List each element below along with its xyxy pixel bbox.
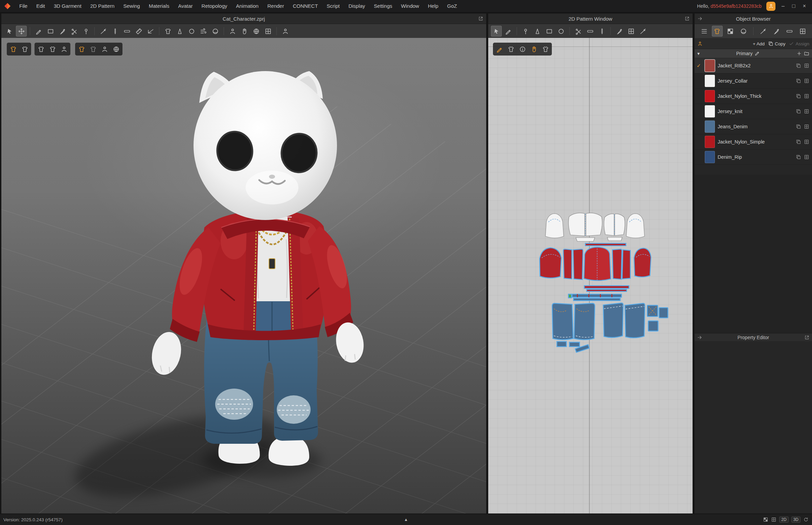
material-duplicate-icon[interactable]: [804, 63, 809, 69]
button-tool[interactable]: [186, 26, 197, 36]
avatar-display-icon[interactable]: [59, 44, 69, 54]
view-2d-button[interactable]: 2D: [779, 516, 788, 523]
expand-timeline-button[interactable]: ▲: [404, 517, 408, 522]
show-pattern-outline-icon[interactable]: [88, 44, 98, 54]
material-edit-icon[interactable]: [796, 93, 801, 99]
material-row-jersey-collar[interactable]: Jersey_Collar: [694, 73, 812, 89]
show-garment-2d-icon[interactable]: [506, 44, 516, 54]
refresh-icon[interactable]: [803, 517, 809, 522]
material-tab-icon[interactable]: [712, 26, 723, 36]
scissors-tool[interactable]: [69, 26, 79, 36]
textured-surface-icon[interactable]: [36, 44, 46, 54]
user-id[interactable]: d5545e9afb12432283cb: [710, 3, 762, 9]
material-swatch[interactable]: [705, 60, 715, 72]
material-swatch[interactable]: [705, 136, 715, 148]
puckering-tab-icon[interactable]: [771, 26, 782, 36]
stitch-tab-icon[interactable]: [784, 26, 795, 36]
select-tool[interactable]: [4, 26, 15, 36]
material-edit-icon[interactable]: [796, 124, 801, 129]
uv-tab-icon[interactable]: [797, 26, 808, 36]
assign-button[interactable]: Assign: [788, 41, 809, 46]
tape-tool[interactable]: [121, 26, 132, 36]
menu-2d-pattern[interactable]: 2D Pattern: [86, 0, 119, 12]
folder-icon[interactable]: [804, 51, 809, 56]
menu-file[interactable]: File: [15, 0, 32, 12]
material-row-jeans-denim[interactable]: Jeans_Denim: [694, 119, 812, 134]
menu-materials[interactable]: Materials: [144, 0, 174, 12]
garment-visibility-icon[interactable]: [8, 44, 18, 54]
base-pattern-icon[interactable]: [540, 44, 550, 54]
disclosure-icon[interactable]: ▾: [697, 51, 700, 56]
internal-line-tool[interactable]: [597, 26, 607, 36]
fabric-tab-icon[interactable]: [725, 26, 736, 36]
minimize-button[interactable]: –: [780, 3, 786, 9]
rename-icon[interactable]: [754, 51, 760, 56]
material-duplicate-icon[interactable]: [804, 139, 809, 145]
denim-pattern-group[interactable]: [552, 294, 668, 352]
avatar-tool[interactable]: [227, 26, 238, 36]
brush-tool[interactable]: [57, 26, 68, 36]
transform-tool[interactable]: [491, 26, 502, 36]
show-avatar-icon[interactable]: [99, 44, 110, 54]
collapse-arrow-icon[interactable]: [697, 16, 703, 21]
trace-tool[interactable]: [614, 26, 625, 36]
measure-tool[interactable]: [133, 26, 144, 36]
material-row-jersey-knit[interactable]: Jersey_knit: [694, 104, 812, 119]
material-swatch[interactable]: [705, 105, 715, 118]
menu-help[interactable]: Help: [424, 0, 443, 12]
menu-3d-garment[interactable]: 3D Garment: [49, 0, 86, 12]
show-environment-icon[interactable]: [111, 44, 121, 54]
popout-icon[interactable]: [685, 16, 690, 21]
material-row-jacket-nylon-thick[interactable]: Jacket_Nylon_Thick: [694, 89, 812, 104]
pattern-visibility-icon[interactable]: [20, 44, 30, 54]
popout-icon[interactable]: [804, 335, 810, 340]
material-swatch[interactable]: [705, 75, 715, 87]
snap-grid-icon[interactable]: [771, 517, 777, 522]
flatten-tool[interactable]: [163, 26, 173, 36]
fold-tool[interactable]: [145, 26, 156, 36]
polygon-tool[interactable]: [532, 26, 543, 36]
material-duplicate-icon[interactable]: [804, 93, 809, 99]
menu-avatar[interactable]: Avatar: [174, 0, 197, 12]
dart-tool[interactable]: [174, 26, 185, 36]
maximize-button[interactable]: □: [791, 3, 797, 9]
menu-settings[interactable]: Settings: [369, 0, 397, 12]
wind-tool[interactable]: [198, 26, 209, 36]
rectangle-tool[interactable]: [544, 26, 554, 36]
popout-icon[interactable]: [478, 16, 484, 21]
thick-surface-icon[interactable]: [47, 44, 58, 54]
material-swatch[interactable]: [705, 120, 715, 133]
menu-goz[interactable]: GoZ: [443, 0, 461, 12]
menu-sewing[interactable]: Sewing: [119, 0, 144, 12]
material-edit-icon[interactable]: [796, 78, 801, 84]
add-material-icon[interactable]: [796, 51, 802, 56]
2d-pattern-canvas[interactable]: [488, 38, 693, 513]
grading-tool[interactable]: [626, 26, 637, 36]
select-move-tool[interactable]: [16, 26, 27, 36]
jersey-pattern-group[interactable]: [546, 213, 645, 241]
menu-display[interactable]: Display: [344, 0, 369, 12]
show-garment-icon[interactable]: [76, 44, 87, 54]
material-row-jacket-nylon-simple[interactable]: Jacket_Nylon_Simple: [694, 134, 812, 150]
menu-animation[interactable]: Animation: [232, 0, 263, 12]
ui-layout-icon[interactable]: [763, 517, 768, 522]
material-edit-icon[interactable]: [796, 139, 801, 145]
material-duplicate-icon[interactable]: [804, 78, 809, 84]
scene-list-icon[interactable]: [699, 26, 709, 36]
menu-window[interactable]: Window: [397, 0, 423, 12]
material-swatch[interactable]: [705, 90, 715, 102]
trim-tab-icon[interactable]: [738, 26, 749, 36]
material-edit-icon[interactable]: [796, 63, 801, 69]
avatar-filter-icon[interactable]: [697, 41, 703, 46]
topstitch-tab-icon[interactable]: [758, 26, 769, 36]
material-row-denim-rip[interactable]: Denim_Rip: [694, 150, 812, 165]
grid-tool[interactable]: [263, 26, 273, 36]
view-3d-button[interactable]: 3D: [791, 516, 800, 523]
collapse-arrow-icon[interactable]: [697, 335, 702, 340]
menu-retopology[interactable]: Retopology: [197, 0, 232, 12]
edit-pattern-tool[interactable]: [45, 26, 56, 36]
menu-connect[interactable]: CONNECT: [288, 0, 322, 12]
3d-viewport-canvas[interactable]: [1, 38, 486, 513]
seam-allowance-tool[interactable]: [585, 26, 596, 36]
material-group-row[interactable]: ▾ Primary: [694, 49, 812, 58]
